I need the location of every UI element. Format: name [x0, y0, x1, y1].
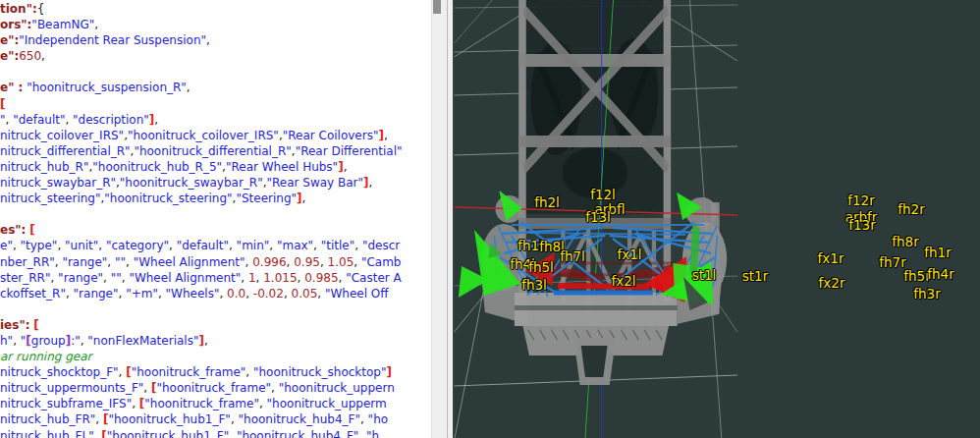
vertical-scrollbar[interactable]: [431, 0, 453, 438]
code-line: nitruck_uppermounts_F", ["hoonitruck_fra…: [0, 380, 432, 396]
code-line: nitruck_swaybar_R","hoonitruck_swaybar_R…: [0, 175, 432, 191]
code-line: [: [0, 96, 432, 112]
code-line: e", "type", "unit", "category", "default…: [0, 238, 432, 253]
3d-viewport[interactable]: fh2lf12larbflf13lfh1lfh8lfh7lfh4lfh5lfh3…: [453, 0, 980, 438]
code-line: ies": [: [0, 317, 432, 333]
code-line: nitruck_subframe_IFS", ["hoonitruck_fram…: [0, 396, 432, 411]
code-line: ", "default", "description"],: [0, 112, 432, 128]
code-line: nitruck_differential_R","hoonitruck_diff…: [0, 143, 432, 159]
code-line: nitruck_coilover_IRS","hoonitruck_coilov…: [0, 128, 432, 143]
code-line: nitruck_hub_FR", ["hoonitruck_hub1_F", "…: [0, 411, 432, 427]
json-editor-panel[interactable]: tion":{ors":"BeamNG",e":"Independent Rea…: [0, 0, 453, 438]
code-line: nitruck_hub_R","hoonitruck_hub_R_5","Rea…: [0, 159, 432, 175]
scrollbar-thumb[interactable]: [433, 0, 441, 14]
code-line: nitruck_shocktop_F", ["hoonitruck_frame"…: [0, 364, 432, 380]
code-line: ckoffset_R", "range", "+m", "Wheels", 0.…: [0, 286, 432, 301]
code-line: h", "[group]:", "nonFlexMaterials"],: [0, 333, 432, 349]
code-line: nitruck_hub_FL", ["hoonitruck_hub1_F", "…: [0, 428, 432, 438]
code-line: e" : "hoonitruck_suspension_R",: [0, 80, 432, 95]
code-line: nitruck_steering","hoonitruck_steering",…: [0, 191, 432, 206]
code-line: [0, 206, 432, 222]
code-line: e":"Independent Rear Suspension",: [0, 32, 432, 48]
code-line: [0, 301, 432, 317]
scene-canvas: [454, 0, 980, 438]
code-content[interactable]: tion":{ors":"BeamNG",e":"Independent Rea…: [0, 0, 432, 438]
app-window: tion":{ors":"BeamNG",e":"Independent Rea…: [0, 0, 980, 438]
code-line: e":650,: [0, 48, 432, 64]
panel-divider: [447, 0, 448, 438]
code-line: tion":{: [0, 1, 432, 17]
code-line: ster_RR", "range", "", "Wheel Alignment"…: [0, 270, 432, 286]
code-line: [0, 64, 432, 80]
code-line: nber_RR", "range", "", "Wheel Alignment"…: [0, 254, 432, 270]
code-line: ors":"BeamNG",: [0, 17, 432, 32]
code-line: ar running gear: [0, 349, 432, 364]
code-line: es": [: [0, 222, 432, 238]
